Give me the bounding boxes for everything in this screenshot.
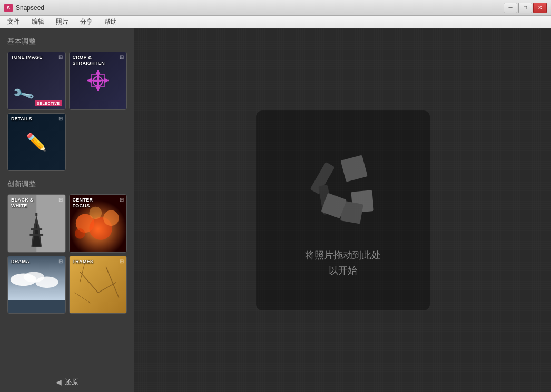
drama-bg: [8, 256, 65, 314]
svg-rect-11: [29, 234, 43, 236]
details-bg: ✏️: [8, 114, 65, 171]
svg-rect-31: [340, 155, 367, 182]
tool-card-details[interactable]: ✏️ DETAILS ⊞: [7, 113, 66, 172]
crop-label: CROP &STRAIGHTEN: [73, 55, 105, 66]
canvas-area[interactable]: 将照片拖动到此处 以开始: [134, 28, 551, 392]
menu-help[interactable]: 帮助: [99, 16, 122, 27]
tool-card-bw[interactable]: BLACK &WHITE ⊞: [7, 194, 66, 253]
svg-rect-12: [31, 228, 42, 230]
logo-area: [296, 143, 390, 237]
frames-label: FRAMES: [73, 259, 94, 265]
drop-text-line1: 将照片拖动到此处: [305, 248, 381, 263]
tune-image-label: TUNE IMAGE: [11, 55, 43, 61]
wrench-icon: 🔧: [11, 82, 36, 106]
cf-expand-icon: ⊞: [120, 197, 124, 203]
sidebar: 基本调整 🔧 SELECTIVE TUNE IMAGE ⊞ ⊕: [0, 28, 134, 392]
app-title: Snapseed: [16, 4, 504, 12]
tune-expand-icon: ⊞: [58, 54, 63, 60]
selective-badge: SELECTIVE: [35, 100, 62, 106]
frames-bg: [70, 256, 127, 314]
section-creative-title: 创新调整: [7, 179, 127, 189]
drama-svg: [8, 256, 65, 314]
main-layout: 基本调整 🔧 SELECTIVE TUNE IMAGE ⊞ ⊕: [0, 28, 551, 392]
restore-arrow-icon: ◀: [56, 378, 62, 386]
crop-arrows-svg: [82, 65, 114, 96]
cf-label: CENTERFOCUS: [73, 197, 93, 209]
restore-label: 还原: [65, 377, 78, 387]
svg-marker-3: [104, 78, 109, 83]
drama-expand-icon: ⊞: [58, 258, 63, 264]
svg-rect-13: [35, 213, 37, 216]
tune-image-bg: 🔧 SELECTIVE: [8, 52, 65, 109]
bw-expand-icon: ⊞: [58, 197, 63, 203]
svg-marker-2: [87, 78, 92, 83]
drop-text: 将照片拖动到此处 以开始: [305, 248, 381, 278]
app-icon: S: [4, 4, 13, 12]
drama-label: DRAMA: [11, 259, 29, 265]
snapseed-logo: [298, 145, 388, 235]
creative-tools-grid: BLACK &WHITE ⊞: [7, 194, 127, 314]
menu-photo[interactable]: 照片: [51, 16, 74, 27]
minimize-button[interactable]: ─: [504, 3, 517, 13]
tool-card-tune-image[interactable]: 🔧 SELECTIVE TUNE IMAGE ⊞: [7, 52, 66, 110]
section-basic-title: 基本调整: [7, 37, 127, 46]
drop-text-line2: 以开始: [305, 263, 381, 278]
svg-point-17: [103, 210, 119, 226]
window-controls: ─ □ ✕: [504, 3, 547, 13]
tool-card-frames[interactable]: FRAMES ⊞: [69, 256, 127, 314]
svg-point-23: [35, 276, 58, 288]
basic-tools-grid: 🔧 SELECTIVE TUNE IMAGE ⊞ ⊕: [7, 52, 127, 171]
sidebar-scroll[interactable]: 基本调整 🔧 SELECTIVE TUNE IMAGE ⊞ ⊕: [0, 28, 134, 392]
details-label: DETAILS: [11, 116, 32, 122]
svg-marker-4: [95, 70, 101, 74]
frames-expand-icon: ⊞: [120, 258, 124, 264]
restore-button[interactable]: □: [518, 3, 532, 13]
svg-rect-24: [8, 300, 65, 313]
drop-zone: 将照片拖动到此处 以开始: [256, 110, 430, 310]
svg-rect-25: [70, 256, 127, 314]
menu-bar: 文件 编辑 照片 分享 帮助: [0, 16, 551, 28]
frames-svg: [70, 256, 127, 314]
details-pencil-icon: ✏️: [26, 132, 47, 152]
close-button[interactable]: ✕: [533, 3, 547, 13]
restore-bar[interactable]: ◀ 还原: [0, 371, 134, 392]
svg-point-19: [74, 228, 85, 239]
crop-expand-icon: ⊞: [120, 54, 124, 60]
tool-card-center-focus[interactable]: CENTERFOCUS ⊞: [69, 194, 127, 253]
tool-card-drama[interactable]: DRAMA ⊞: [7, 256, 66, 314]
menu-file[interactable]: 文件: [2, 16, 25, 27]
menu-edit[interactable]: 编辑: [26, 16, 50, 27]
svg-marker-5: [95, 87, 101, 91]
bw-label: BLACK &WHITE: [11, 197, 34, 209]
menu-share[interactable]: 分享: [75, 16, 98, 27]
title-bar: S Snapseed ─ □ ✕: [0, 0, 551, 16]
tool-card-crop[interactable]: ⊕ CROP &STRAIGHTEN ⊞: [69, 52, 127, 110]
details-expand-icon: ⊞: [58, 116, 63, 122]
